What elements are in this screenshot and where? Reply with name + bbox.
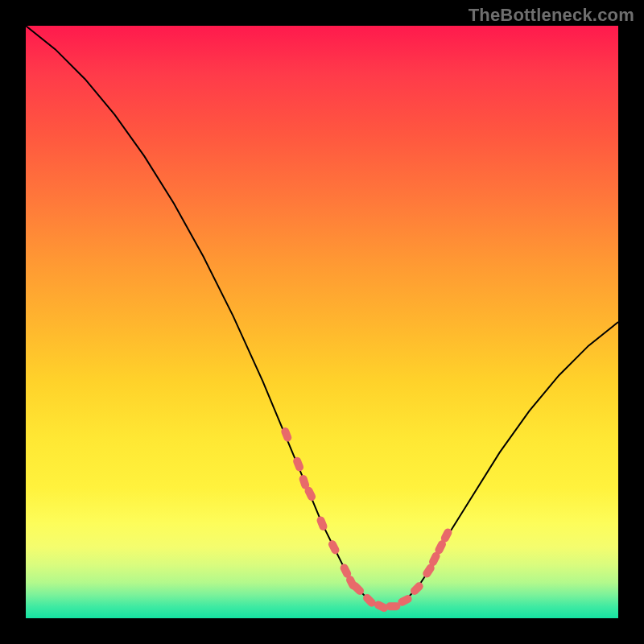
curve-marker: [327, 539, 341, 555]
curve-marker: [386, 602, 400, 610]
plot-area: [26, 26, 618, 618]
curve-layer: [26, 26, 618, 618]
marker-layer: [280, 427, 453, 613]
chart-frame: TheBottleneck.com: [0, 0, 644, 644]
curve-marker: [316, 515, 328, 531]
curve-marker: [292, 456, 305, 472]
watermark-text: TheBottleneck.com: [469, 5, 634, 26]
